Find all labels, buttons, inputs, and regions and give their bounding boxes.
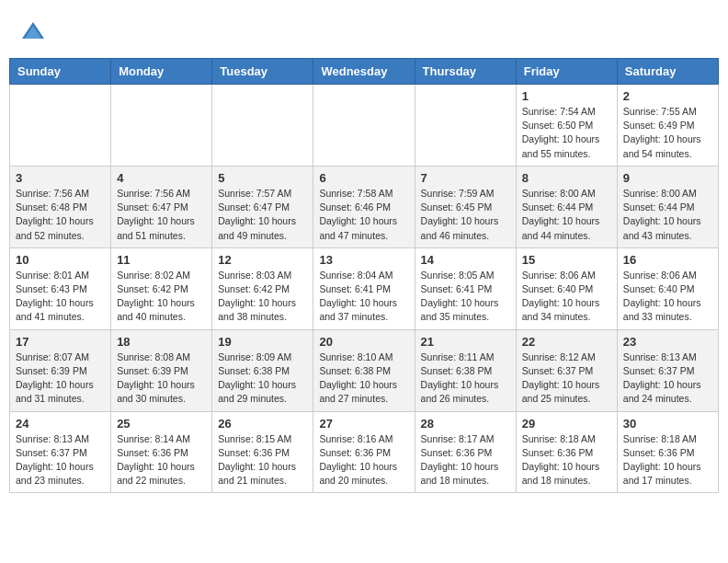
day-number: 4 <box>117 171 206 185</box>
calendar-cell: 13Sunrise: 8:04 AM Sunset: 6:41 PM Dayli… <box>313 247 415 329</box>
calendar-cell: 22Sunrise: 8:12 AM Sunset: 6:37 PM Dayli… <box>516 329 617 411</box>
weekday-header: Monday <box>111 59 212 85</box>
day-info: Sunrise: 8:16 AM Sunset: 6:36 PM Dayligh… <box>319 432 408 488</box>
calendar-cell: 14Sunrise: 8:05 AM Sunset: 6:41 PM Dayli… <box>415 247 516 329</box>
calendar-cell: 9Sunrise: 8:00 AM Sunset: 6:44 PM Daylig… <box>617 166 718 247</box>
calendar-cell: 11Sunrise: 8:02 AM Sunset: 6:42 PM Dayli… <box>111 247 212 329</box>
calendar-cell: 29Sunrise: 8:18 AM Sunset: 6:36 PM Dayli… <box>516 411 617 493</box>
day-info: Sunrise: 8:15 AM Sunset: 6:36 PM Dayligh… <box>218 432 307 488</box>
calendar-cell: 23Sunrise: 8:13 AM Sunset: 6:37 PM Dayli… <box>617 329 718 411</box>
calendar-week-row: 10Sunrise: 8:01 AM Sunset: 6:43 PM Dayli… <box>10 247 719 329</box>
calendar-cell <box>111 85 212 167</box>
day-number: 24 <box>16 417 105 431</box>
day-number: 22 <box>522 335 611 349</box>
day-info: Sunrise: 8:06 AM Sunset: 6:40 PM Dayligh… <box>623 269 712 325</box>
day-number: 23 <box>623 335 712 349</box>
calendar-cell <box>313 85 415 167</box>
weekday-header: Thursday <box>415 59 516 85</box>
day-number: 9 <box>623 171 712 185</box>
page-header <box>9 9 719 53</box>
day-info: Sunrise: 8:12 AM Sunset: 6:37 PM Dayligh… <box>522 350 611 407</box>
day-info: Sunrise: 8:02 AM Sunset: 6:42 PM Dayligh… <box>117 269 206 325</box>
day-info: Sunrise: 8:11 AM Sunset: 6:38 PM Dayligh… <box>421 350 510 407</box>
day-number: 1 <box>522 89 611 103</box>
day-number: 21 <box>421 335 510 349</box>
calendar-cell: 10Sunrise: 8:01 AM Sunset: 6:43 PM Dayli… <box>10 247 111 329</box>
day-info: Sunrise: 8:00 AM Sunset: 6:44 PM Dayligh… <box>623 187 712 243</box>
calendar-cell: 27Sunrise: 8:16 AM Sunset: 6:36 PM Dayli… <box>313 411 415 493</box>
day-number: 6 <box>319 171 408 185</box>
weekday-header-row: SundayMondayTuesdayWednesdayThursdayFrid… <box>10 59 719 85</box>
day-number: 10 <box>16 253 105 267</box>
day-number: 2 <box>623 89 712 103</box>
day-number: 16 <box>623 253 712 267</box>
calendar-cell: 12Sunrise: 8:03 AM Sunset: 6:42 PM Dayli… <box>212 247 313 329</box>
calendar-cell: 30Sunrise: 8:18 AM Sunset: 6:36 PM Dayli… <box>617 411 718 493</box>
day-info: Sunrise: 7:58 AM Sunset: 6:46 PM Dayligh… <box>319 187 408 243</box>
calendar-cell <box>212 85 313 167</box>
day-number: 8 <box>522 171 611 185</box>
calendar-cell: 1Sunrise: 7:54 AM Sunset: 6:50 PM Daylig… <box>516 85 617 167</box>
calendar-cell: 3Sunrise: 7:56 AM Sunset: 6:48 PM Daylig… <box>10 166 111 247</box>
day-info: Sunrise: 8:01 AM Sunset: 6:43 PM Dayligh… <box>16 269 105 325</box>
day-number: 12 <box>218 253 307 267</box>
calendar-cell: 15Sunrise: 8:06 AM Sunset: 6:40 PM Dayli… <box>516 247 617 329</box>
calendar-cell: 19Sunrise: 8:09 AM Sunset: 6:38 PM Dayli… <box>212 329 313 411</box>
day-info: Sunrise: 8:06 AM Sunset: 6:40 PM Dayligh… <box>522 269 611 325</box>
day-info: Sunrise: 8:09 AM Sunset: 6:38 PM Dayligh… <box>218 350 307 407</box>
calendar-cell: 17Sunrise: 8:07 AM Sunset: 6:39 PM Dayli… <box>10 329 111 411</box>
day-number: 11 <box>117 253 206 267</box>
day-number: 27 <box>319 417 408 431</box>
weekday-header: Sunday <box>10 59 111 85</box>
day-info: Sunrise: 8:17 AM Sunset: 6:36 PM Dayligh… <box>421 432 510 488</box>
day-info: Sunrise: 8:18 AM Sunset: 6:36 PM Dayligh… <box>522 432 611 488</box>
day-info: Sunrise: 8:00 AM Sunset: 6:44 PM Dayligh… <box>522 187 611 243</box>
day-number: 18 <box>117 335 206 349</box>
day-info: Sunrise: 8:14 AM Sunset: 6:36 PM Dayligh… <box>117 432 206 488</box>
weekday-header: Saturday <box>617 59 718 85</box>
calendar-cell <box>10 85 111 167</box>
logo-icon <box>20 18 46 44</box>
day-number: 25 <box>117 417 206 431</box>
calendar-table: SundayMondayTuesdayWednesdayThursdayFrid… <box>9 58 719 493</box>
day-info: Sunrise: 8:07 AM Sunset: 6:39 PM Dayligh… <box>16 350 105 407</box>
day-number: 30 <box>623 417 712 431</box>
day-number: 26 <box>218 417 307 431</box>
logo <box>18 18 46 49</box>
calendar-week-row: 1Sunrise: 7:54 AM Sunset: 6:50 PM Daylig… <box>10 85 719 167</box>
day-number: 20 <box>319 335 408 349</box>
day-info: Sunrise: 8:04 AM Sunset: 6:41 PM Dayligh… <box>319 269 408 325</box>
calendar-cell: 25Sunrise: 8:14 AM Sunset: 6:36 PM Dayli… <box>111 411 212 493</box>
day-number: 13 <box>319 253 408 267</box>
calendar-week-row: 24Sunrise: 8:13 AM Sunset: 6:37 PM Dayli… <box>10 411 719 493</box>
day-info: Sunrise: 8:03 AM Sunset: 6:42 PM Dayligh… <box>218 269 307 325</box>
day-number: 3 <box>16 171 105 185</box>
day-info: Sunrise: 8:13 AM Sunset: 6:37 PM Dayligh… <box>16 432 105 488</box>
day-number: 5 <box>218 171 307 185</box>
day-number: 17 <box>16 335 105 349</box>
calendar-cell: 5Sunrise: 7:57 AM Sunset: 6:47 PM Daylig… <box>212 166 313 247</box>
calendar-cell: 21Sunrise: 8:11 AM Sunset: 6:38 PM Dayli… <box>415 329 516 411</box>
weekday-header: Tuesday <box>212 59 313 85</box>
day-info: Sunrise: 8:18 AM Sunset: 6:36 PM Dayligh… <box>623 432 712 488</box>
calendar-cell: 4Sunrise: 7:56 AM Sunset: 6:47 PM Daylig… <box>111 166 212 247</box>
day-number: 7 <box>421 171 510 185</box>
calendar-cell: 16Sunrise: 8:06 AM Sunset: 6:40 PM Dayli… <box>617 247 718 329</box>
day-info: Sunrise: 7:59 AM Sunset: 6:45 PM Dayligh… <box>421 187 510 243</box>
day-info: Sunrise: 7:56 AM Sunset: 6:47 PM Dayligh… <box>117 187 206 243</box>
calendar-week-row: 3Sunrise: 7:56 AM Sunset: 6:48 PM Daylig… <box>10 166 719 247</box>
day-info: Sunrise: 8:10 AM Sunset: 6:38 PM Dayligh… <box>319 350 408 407</box>
calendar-cell: 6Sunrise: 7:58 AM Sunset: 6:46 PM Daylig… <box>313 166 415 247</box>
day-number: 15 <box>522 253 611 267</box>
day-info: Sunrise: 7:55 AM Sunset: 6:49 PM Dayligh… <box>623 105 712 161</box>
day-info: Sunrise: 8:13 AM Sunset: 6:37 PM Dayligh… <box>623 350 712 407</box>
calendar-cell: 28Sunrise: 8:17 AM Sunset: 6:36 PM Dayli… <box>415 411 516 493</box>
day-number: 28 <box>421 417 510 431</box>
day-number: 29 <box>522 417 611 431</box>
day-info: Sunrise: 7:54 AM Sunset: 6:50 PM Dayligh… <box>522 105 611 161</box>
calendar-cell: 18Sunrise: 8:08 AM Sunset: 6:39 PM Dayli… <box>111 329 212 411</box>
calendar-cell: 2Sunrise: 7:55 AM Sunset: 6:49 PM Daylig… <box>617 85 718 167</box>
calendar-cell <box>415 85 516 167</box>
day-info: Sunrise: 8:05 AM Sunset: 6:41 PM Dayligh… <box>421 269 510 325</box>
day-info: Sunrise: 7:56 AM Sunset: 6:48 PM Dayligh… <box>16 187 105 243</box>
